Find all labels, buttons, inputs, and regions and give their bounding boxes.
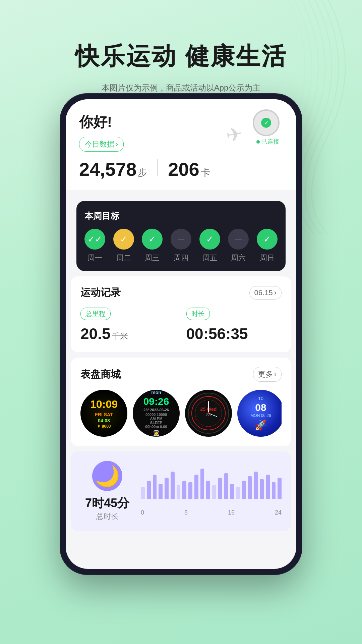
connected-label: 已连接 bbox=[253, 138, 283, 146]
stats-divider bbox=[157, 159, 158, 176]
sleep-left: 🌙 7时45分 总时长 bbox=[80, 461, 134, 522]
day-item-sun: ✓ 周日 bbox=[257, 229, 278, 263]
watch-face-4[interactable]: 10 08 MON 06.26 🚀 bbox=[237, 390, 282, 437]
sleep-chart-area: 0 8 16 24 bbox=[141, 467, 282, 516]
day-label-tue: 周二 bbox=[116, 253, 131, 263]
day-circle-thu: — bbox=[171, 229, 191, 250]
more-label: 更多 bbox=[258, 369, 273, 379]
x-label-8: 8 bbox=[184, 509, 188, 516]
watch-face-3-content: 25 Wed 680 bbox=[185, 390, 232, 437]
weekly-goals-card: 本周目标 ✓ 周一 bbox=[76, 201, 286, 271]
plane-icon: ✈ bbox=[224, 121, 244, 148]
x-label-0: 0 bbox=[141, 509, 144, 516]
sleep-bar-22 bbox=[272, 482, 276, 499]
watch-faces-row: 10:09 FRI SAT 04:08 ☀ 8000 mon 09:26 bbox=[80, 390, 282, 437]
day-item-thu: — 周四 bbox=[171, 229, 191, 263]
sleep-bar-14 bbox=[224, 473, 228, 499]
day-circle-wed: ✓ bbox=[142, 229, 163, 250]
sleep-chart bbox=[141, 467, 282, 507]
sleep-x-labels: 0 8 16 24 bbox=[141, 509, 282, 516]
calories-unit: 卡 bbox=[201, 166, 210, 179]
minus-sat: — bbox=[235, 235, 242, 243]
sleep-bar-12 bbox=[212, 485, 216, 499]
watch-face-3[interactable]: 25 Wed 680 bbox=[185, 390, 232, 437]
phone-frame: 你好! ✈ ✓ 已连接 bbox=[60, 94, 302, 574]
distance-tag: 总里程 bbox=[80, 308, 111, 320]
date-button[interactable]: 06.15 › bbox=[249, 286, 282, 300]
store-title: 表盘商城 bbox=[80, 368, 121, 381]
watch-face-2[interactable]: mon 09:26 23° 2022-06-26 00000 10000 AM … bbox=[133, 390, 180, 437]
watch-face-1-content: 10:09 FRI SAT 04:08 ☀ 8000 bbox=[80, 390, 127, 437]
day-item-fri: ✓ 周五 bbox=[199, 229, 220, 263]
day-item-wed: ✓ 周三 bbox=[142, 229, 163, 263]
distance-stat: 总里程 20.5 千米 bbox=[80, 308, 176, 343]
day-label-thu: 周四 bbox=[174, 253, 188, 263]
check-wed: ✓ bbox=[148, 234, 156, 245]
sleep-bar-9 bbox=[194, 475, 198, 499]
today-btn-label: 今日数据 bbox=[85, 139, 114, 149]
weekly-title: 本周目标 bbox=[84, 210, 278, 222]
minus-thu: — bbox=[178, 235, 184, 243]
sleep-bar-0 bbox=[141, 487, 145, 499]
duration-value-row: 00:56:35 bbox=[186, 325, 275, 343]
watch-circle: ✓ bbox=[253, 109, 280, 136]
sleep-bar-16 bbox=[236, 487, 240, 499]
distance-value: 20.5 bbox=[80, 325, 111, 342]
day-label-fri: 周五 bbox=[202, 253, 217, 263]
sleep-bar-13 bbox=[218, 478, 222, 499]
day-item-sat: — 周六 bbox=[228, 229, 249, 263]
more-chevron-icon: › bbox=[274, 370, 277, 379]
sleep-bar-19 bbox=[254, 472, 258, 499]
moon-icon: 🌙 bbox=[92, 461, 122, 491]
days-row: ✓ 周一 ✓ 周二 bbox=[84, 229, 278, 263]
watch-face-1[interactable]: 10:09 FRI SAT 04:08 ☀ 8000 bbox=[80, 390, 127, 437]
weekly-section-wrapper: 本周目标 ✓ 周一 bbox=[66, 190, 296, 271]
sleep-bar-6 bbox=[177, 485, 181, 499]
sleep-duration: 7时45分 bbox=[85, 495, 129, 512]
phone-mockup: 你好! ✈ ✓ 已连接 bbox=[60, 94, 302, 574]
steps-count: 24,578 bbox=[79, 158, 136, 180]
day-circle-tue: ✓ bbox=[113, 229, 134, 250]
day-item-tue: ✓ 周二 bbox=[113, 229, 134, 263]
sleep-bar-10 bbox=[200, 469, 204, 499]
check-tue: ✓ bbox=[120, 234, 127, 245]
sleep-hours: 7 bbox=[85, 496, 92, 510]
duration-stat: 时长 00:56:35 bbox=[176, 308, 282, 343]
duration-tag: 时长 bbox=[186, 308, 210, 320]
calories-count: 206 bbox=[168, 158, 199, 180]
more-button[interactable]: 更多 › bbox=[253, 367, 282, 382]
screen-content: 你好! ✈ ✓ 已连接 bbox=[66, 99, 296, 531]
top-section: 你好! ✈ ✓ 已连接 bbox=[66, 99, 296, 190]
chevron-icon: › bbox=[116, 140, 118, 149]
day-circle-sun: ✓ bbox=[257, 229, 278, 250]
watch-store-card: 表盘商城 更多 › 10:09 FRI SAT 04:08 bbox=[71, 358, 291, 446]
day-item-mon: ✓ 周一 bbox=[84, 229, 105, 263]
sleep-bar-11 bbox=[206, 481, 210, 499]
today-data-button[interactable]: 今日数据 › bbox=[79, 137, 124, 152]
steps-stat: 24,578 步 bbox=[79, 158, 147, 180]
check-mon: ✓ bbox=[87, 234, 102, 245]
sleep-bar-4 bbox=[165, 478, 169, 499]
duration-value: 00:56:35 bbox=[186, 325, 248, 342]
steps-unit: 步 bbox=[138, 166, 147, 179]
day-label-mon: 周一 bbox=[87, 253, 102, 263]
sleep-bar-17 bbox=[242, 481, 246, 499]
distance-value-row: 20.5 千米 bbox=[80, 325, 169, 343]
phone-screen: 你好! ✈ ✓ 已连接 bbox=[66, 99, 296, 569]
greeting-text: 你好! bbox=[79, 114, 112, 130]
sleep-bar-21 bbox=[266, 475, 270, 499]
day-label-wed: 周三 bbox=[145, 253, 160, 263]
sleep-label: 总时长 bbox=[96, 512, 118, 522]
day-label-sat: 周六 bbox=[231, 253, 246, 263]
x-label-24: 24 bbox=[275, 509, 282, 516]
watch-check-icon: ✓ bbox=[261, 118, 271, 128]
date-label: 06.15 bbox=[254, 288, 273, 297]
exercise-stats: 总里程 20.5 千米 时长 00:56:35 bbox=[80, 308, 282, 343]
sleep-bar-15 bbox=[230, 484, 234, 499]
sleep-bar-5 bbox=[171, 472, 175, 499]
sleep-bar-18 bbox=[248, 476, 252, 499]
watch-status: ✓ 已连接 bbox=[253, 109, 283, 146]
sleep-minutes: 45 bbox=[104, 496, 117, 510]
sleep-bar-1 bbox=[147, 481, 151, 499]
check-fri: ✓ bbox=[206, 234, 214, 245]
